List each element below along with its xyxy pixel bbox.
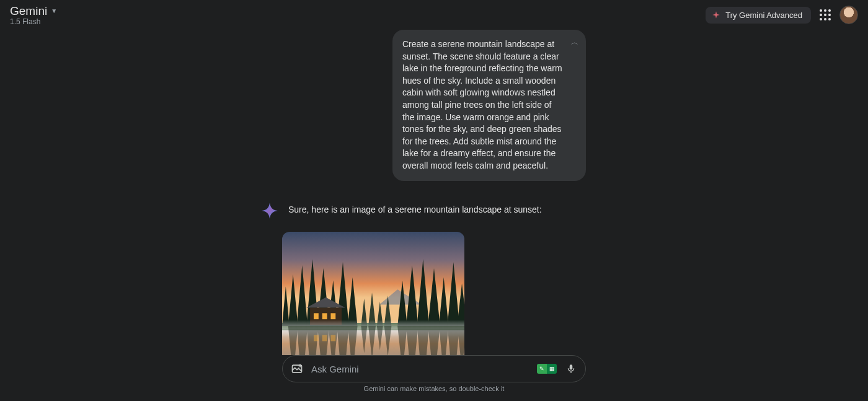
svg-rect-48 bbox=[322, 335, 327, 341]
svg-rect-26 bbox=[322, 313, 327, 319]
svg-rect-47 bbox=[314, 335, 319, 341]
collapse-icon[interactable]: ︿ bbox=[571, 37, 578, 48]
avatar[interactable] bbox=[839, 6, 858, 24]
assistant-text: Sure, here is an image of a serene mount… bbox=[288, 202, 542, 214]
svg-rect-25 bbox=[314, 313, 319, 319]
svg-rect-51 bbox=[570, 372, 572, 373]
disclaimer-text: Gemini can make mistakes, so double-chec… bbox=[282, 382, 586, 397]
prompt-input[interactable] bbox=[311, 364, 529, 374]
try-advanced-button[interactable]: Try Gemini Advanced bbox=[706, 7, 811, 24]
model-switcher[interactable]: Gemini ▼ bbox=[10, 4, 57, 18]
input-area: ✎ ▦ Gemini can make mistakes, so double-… bbox=[282, 355, 586, 401]
gemini-spark-icon bbox=[261, 202, 278, 219]
add-image-icon[interactable] bbox=[290, 362, 304, 376]
app-header: Gemini ▼ 1.5 Flash Try Gemini Advanced bbox=[0, 0, 868, 30]
extension-chip-right-icon: ▦ bbox=[547, 364, 557, 374]
extension-chip-left-icon: ✎ bbox=[537, 364, 547, 374]
user-prompt-bubble: Create a serene mountain landscape at su… bbox=[392, 30, 586, 181]
prompt-input-bar: ✎ ▦ bbox=[282, 355, 586, 382]
generated-image[interactable] bbox=[282, 232, 464, 355]
svg-rect-49 bbox=[330, 335, 335, 341]
user-prompt-text: Create a serene mountain landscape at su… bbox=[402, 39, 562, 170]
svg-rect-27 bbox=[330, 313, 335, 319]
main-area: Create a serene mountain landscape at su… bbox=[0, 30, 868, 401]
generated-image-row bbox=[282, 232, 586, 355]
extension-chip[interactable]: ✎ ▦ bbox=[537, 364, 557, 374]
model-name: 1.5 Flash bbox=[10, 17, 57, 26]
assistant-message-row: Sure, here is an image of a serene mount… bbox=[282, 202, 586, 219]
sparkle-icon bbox=[712, 11, 720, 19]
chevron-down-icon: ▼ bbox=[51, 7, 57, 14]
brand-block: Gemini ▼ 1.5 Flash bbox=[10, 4, 57, 26]
conversation-scroll[interactable]: Create a serene mountain landscape at su… bbox=[0, 30, 868, 355]
user-message-row: Create a serene mountain landscape at su… bbox=[282, 30, 586, 181]
try-advanced-label: Try Gemini Advanced bbox=[725, 11, 802, 20]
microphone-icon[interactable] bbox=[564, 362, 578, 376]
apps-grid-icon[interactable] bbox=[820, 9, 831, 20]
header-right: Try Gemini Advanced bbox=[706, 6, 858, 24]
brand-name: Gemini bbox=[10, 4, 47, 18]
